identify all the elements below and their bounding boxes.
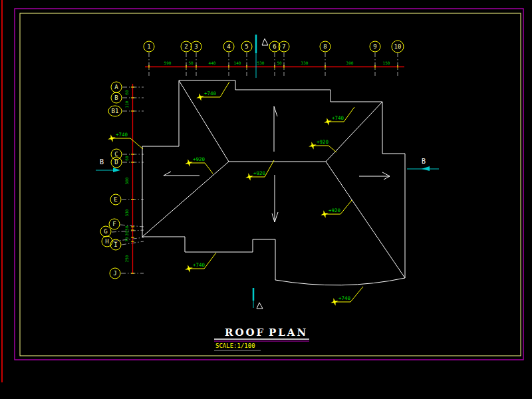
dimension-text: 60 (124, 156, 129, 161)
left-grid-axis: A B B1 C D E F G H I J 60 110 60 300 330… (100, 82, 144, 279)
section-marker-right: B (407, 158, 439, 171)
section-marker-bottom (253, 288, 263, 309)
section-label: B (422, 158, 426, 165)
elevation-marker: +920 (184, 156, 213, 174)
title-block: ROOF PLAN SCALE:1/100 (214, 327, 309, 350)
dimension-text: 50 (277, 61, 282, 65)
section-arrow-icon (422, 166, 430, 171)
grid-bubble-label: C (114, 151, 118, 158)
elevation-marker: +740 (196, 82, 229, 102)
dimension-text: 60 (124, 90, 129, 95)
slope-arrow-up-icon (274, 106, 277, 152)
grid-bubble-label: 7 (282, 43, 285, 50)
slope-arrow-right-icon (359, 172, 390, 180)
dimension-text: 20 (124, 231, 129, 236)
drawing-title-word2: PLAN (269, 327, 308, 338)
slope-arrow-left-icon (164, 172, 200, 176)
grid-bubble-label: I (114, 241, 117, 248)
grid-bubble-label: J (113, 270, 116, 277)
dimension-text: 140 (234, 61, 241, 65)
section-label: B (100, 158, 104, 166)
section-triangle-icon (257, 303, 263, 309)
elevation-marker: +920 (308, 139, 336, 152)
dimension-text: 440 (209, 61, 216, 65)
elevation-marker: +740 (323, 107, 354, 126)
elevation-label: +740 (116, 132, 128, 138)
dimension-text: 50 (188, 61, 194, 65)
elevation-label: +920 (317, 139, 329, 145)
scale-label: SCALE:1/100 (215, 342, 255, 349)
dimension-text: 50 (124, 225, 129, 231)
hip-line (326, 162, 405, 278)
grid-bubble-label: D (114, 159, 118, 166)
dimension-text: 70 (124, 237, 129, 242)
elevation-label: +740 (204, 90, 217, 96)
section-arrow-icon (113, 168, 120, 172)
roof-plan-drawing: 1 2 3 4 5 6 7 8 9 10 590 50 440 140 530 … (0, 0, 532, 399)
outer-border (15, 9, 523, 360)
grid-bubble-label: 9 (373, 43, 376, 50)
elevation-markers: +740 +740 +920 +920 +740 +920 (107, 82, 363, 307)
dimension-text: 390 (346, 61, 354, 65)
elevation-marker: +740 (184, 253, 216, 273)
hip-line (142, 162, 229, 237)
drawing-title-word1: ROOF (225, 327, 265, 338)
dimension-text: 530 (257, 61, 265, 65)
dimension-text: 250 (124, 255, 129, 262)
dimension-text: 300 (124, 177, 129, 184)
dimension-text: 110 (124, 100, 129, 108)
roof-geometry (142, 80, 405, 285)
grid-bubble-label: A (114, 84, 118, 90)
elevation-label: +740 (338, 295, 351, 301)
grid-bubble-label: B (114, 94, 118, 101)
grid-bubble-label: 6 (273, 43, 276, 50)
grid-bubble-label: E (114, 196, 117, 203)
dimension-text: 330 (301, 61, 309, 65)
elevation-label: +740 (193, 262, 205, 268)
grid-bubble-label: 4 (227, 43, 230, 50)
elevation-label: +740 (332, 115, 344, 121)
grid-bubble-label: 1 (147, 43, 150, 50)
grid-bubble-label: B1 (112, 108, 119, 114)
grid-bubble-label: 3 (194, 43, 198, 50)
grid-bubble-label: F (112, 221, 116, 227)
grid-bubble-label: 5 (245, 43, 248, 50)
elevation-marker: +740 (330, 287, 363, 307)
elevation-label: +920 (193, 156, 205, 162)
grid-bubble-label: 8 (323, 43, 327, 50)
section-triangle-icon (262, 39, 268, 45)
dimension-text: 150 (383, 61, 390, 65)
slope-arrow-down-icon (272, 175, 278, 222)
grid-bubble-label: G (104, 228, 107, 235)
grid-bubble-label: H (105, 238, 108, 245)
grid-bubble-label: 2 (184, 43, 188, 50)
elevation-label: +920 (253, 170, 266, 176)
hip-line (326, 102, 382, 162)
elevation-marker: +920 (320, 200, 352, 219)
dimension-text: 330 (124, 209, 129, 216)
section-marker-top (256, 35, 268, 78)
inner-border (20, 13, 521, 356)
elevation-marker: +740 (107, 132, 143, 149)
elevation-label: +920 (329, 207, 341, 213)
grid-bubble-label: 10 (394, 43, 402, 50)
dimension-text: 590 (164, 61, 172, 65)
elevation-marker: +920 (245, 160, 274, 182)
cad-viewport[interactable]: 1 2 3 4 5 6 7 8 9 10 590 50 440 140 530 … (0, 0, 532, 399)
top-grid-axis: 1 2 3 4 5 6 7 8 9 10 590 50 440 140 530 … (144, 41, 404, 76)
